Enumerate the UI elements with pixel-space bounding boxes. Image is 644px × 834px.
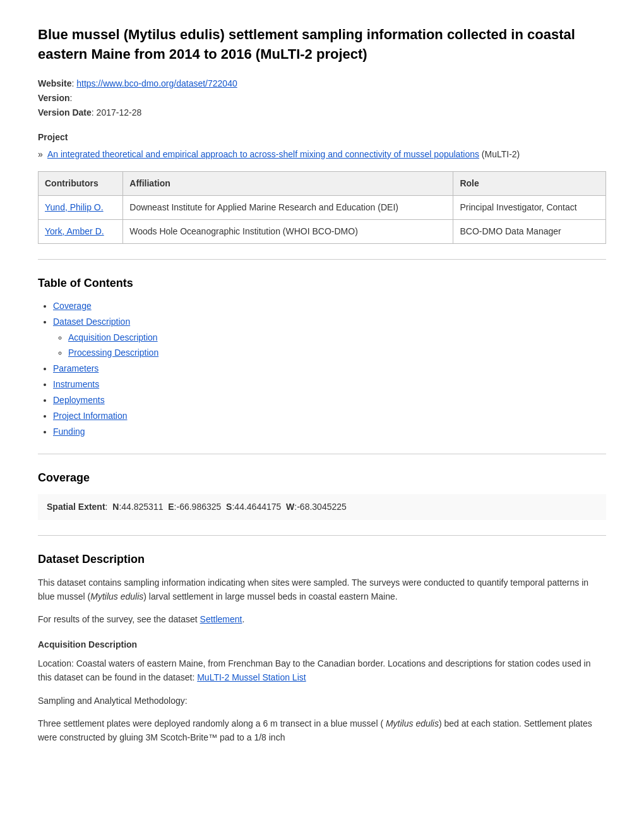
col-header-contributors: Contributors xyxy=(39,171,123,195)
table-row: Yund, Philip O. Downeast Institute for A… xyxy=(39,195,606,219)
dataset-desc-paragraph2: For results of the survey, see the datas… xyxy=(38,612,606,626)
role-0: Principal Investigator, Contact xyxy=(453,195,606,219)
toc-link-parameters[interactable]: Parameters xyxy=(53,363,98,373)
list-item: Processing Description xyxy=(68,346,606,360)
page-title: Blue mussel (Mytilus edulis) settlement … xyxy=(38,25,606,64)
metadata-block: Website: https://www.bco-dmo.org/dataset… xyxy=(38,77,606,119)
table-row: York, Amber D. Woods Hole Oceanographic … xyxy=(39,219,606,243)
w-value: -68.3045225 xyxy=(297,502,347,512)
list-item: Funding xyxy=(53,425,606,438)
s-label: S xyxy=(226,502,232,512)
list-item: Acquisition Description xyxy=(68,331,606,344)
spatial-extent-block: Spatial Extent: N:44.825311 E:-66.986325… xyxy=(38,494,606,520)
list-item: Project Information xyxy=(53,409,606,423)
website-link[interactable]: https://www.bco-dmo.org/dataset/722040 xyxy=(76,78,237,88)
toc-link-funding[interactable]: Funding xyxy=(53,426,85,437)
version-date-value: 2017-12-28 xyxy=(97,107,142,118)
settlement-link[interactable]: Settlement xyxy=(200,614,242,624)
list-item: Instruments xyxy=(53,378,606,391)
project-label: Project xyxy=(38,131,606,144)
n-value: 44.825311 xyxy=(121,502,163,512)
version-date-label: Version Date xyxy=(38,107,92,118)
toc-sublist: Acquisition Description Processing Descr… xyxy=(53,331,606,360)
spatial-label: Spatial Extent xyxy=(47,502,105,512)
acquisition-heading: Acquisition Description xyxy=(38,638,606,651)
e-label: E xyxy=(168,502,174,512)
toc-link-project-information[interactable]: Project Information xyxy=(53,411,128,421)
toc-link-deployments[interactable]: Deployments xyxy=(53,395,105,405)
contributor-link-1[interactable]: York, Amber D. xyxy=(45,226,104,236)
toc-list: Coverage Dataset Description Acquisition… xyxy=(38,299,606,438)
divider-1 xyxy=(38,259,606,260)
toc-link-processing[interactable]: Processing Description xyxy=(68,348,158,358)
w-label: W xyxy=(286,502,294,512)
toc-link-acquisition[interactable]: Acquisition Description xyxy=(68,332,158,342)
divider-2 xyxy=(38,454,606,454)
affiliation-0: Downeast Institute for Applied Marine Re… xyxy=(123,195,453,219)
role-1: BCO-DMO Data Manager xyxy=(453,219,606,243)
list-item: Dataset Description Acquisition Descript… xyxy=(53,315,606,360)
acquisition-paragraph1: Location: Coastal waters of eastern Main… xyxy=(38,656,606,685)
project-link[interactable]: An integrated theoretical and empirical … xyxy=(47,149,479,159)
toc-link-instruments[interactable]: Instruments xyxy=(53,379,99,389)
arrow-icon: » xyxy=(38,149,43,159)
s-value: 44.4644175 xyxy=(234,502,281,512)
coverage-heading: Coverage xyxy=(38,469,606,486)
col-header-role: Role xyxy=(453,171,606,195)
acquisition-paragraph2: Sampling and Analytical Methodology: xyxy=(38,694,606,708)
affiliation-1: Woods Hole Oceanographic Institution (WH… xyxy=(123,219,453,243)
dataset-description-heading: Dataset Description xyxy=(38,551,606,568)
list-item: Coverage xyxy=(53,299,606,313)
col-header-affiliation: Affiliation xyxy=(123,171,453,195)
mytilus-italic-2: Mytilus edulis xyxy=(386,718,439,728)
version-label: Version xyxy=(38,93,70,103)
website-label: Website xyxy=(38,78,71,88)
dataset-desc-paragraph1: This dataset contains sampling informati… xyxy=(38,576,606,604)
divider-3 xyxy=(38,535,606,536)
project-link-block: » An integrated theoretical and empirica… xyxy=(38,148,606,161)
toc-link-dataset[interactable]: Dataset Description xyxy=(53,317,130,327)
project-link-suffix: (MuLTI-2) xyxy=(479,149,520,159)
station-list-link[interactable]: MuLTI-2 Mussel Station List xyxy=(197,672,306,682)
mytilus-italic: Mytilus edulis xyxy=(90,591,143,601)
n-label: N xyxy=(112,502,119,512)
contributor-link-0[interactable]: Yund, Philip O. xyxy=(45,202,104,212)
toc-heading: Table of Contents xyxy=(38,275,606,292)
e-value: -66.986325 xyxy=(176,502,221,512)
acquisition-paragraph3: Three settlement plates were deployed ra… xyxy=(38,716,606,745)
list-item: Deployments xyxy=(53,394,606,407)
list-item: Parameters xyxy=(53,362,606,375)
contributors-table: Contributors Affiliation Role Yund, Phil… xyxy=(38,171,606,244)
toc-link-coverage[interactable]: Coverage xyxy=(53,301,92,311)
